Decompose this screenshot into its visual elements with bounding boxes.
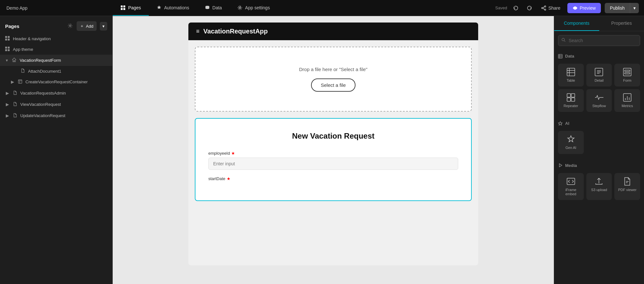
grid-icon — [5, 36, 10, 41]
pages-settings-button[interactable] — [66, 22, 74, 31]
svg-point-10 — [69, 25, 71, 26]
sidebar-item-header-nav[interactable]: Header & navigation — [0, 33, 112, 44]
sidebar-item-label: VacationRequestForm — [20, 58, 107, 63]
component-label: Metrics — [621, 104, 633, 108]
component-label: Table — [567, 78, 575, 83]
canvas-content: Drop a file here or "Select a file" Sele… — [188, 40, 478, 265]
svg-rect-28 — [571, 94, 575, 97]
nav-automations[interactable]: Automations — [149, 0, 197, 16]
sidebar: Pages ＋ Add ▾ Header & navigation — [0, 16, 113, 284]
share-button[interactable]: Share — [538, 4, 564, 13]
component-pdf-viewer[interactable]: PDF viewer — [614, 173, 640, 200]
component-stepflow[interactable]: Stepflow — [586, 89, 612, 112]
sidebar-header: Pages ＋ Add ▾ — [0, 16, 112, 33]
main-layout: Pages ＋ Add ▾ Header & navigation — [0, 16, 644, 284]
sidebar-item-label: CreateVacationRequestContainer — [25, 79, 107, 84]
start-date-field: startDate ★ — [208, 176, 458, 181]
nav-app-settings[interactable]: App settings — [230, 0, 278, 16]
file-drop-area: Drop a file here or "Select a file" Sele… — [195, 47, 472, 112]
component-table[interactable]: Table — [558, 64, 584, 87]
sidebar-item-app-theme[interactable]: App theme — [0, 44, 112, 55]
sidebar-item-view-vacation-request[interactable]: ▶ ViewVacationRequest ⋮ — [0, 99, 112, 110]
sidebar-item-vacation-requests-admin[interactable]: ▶ VacationRequestsAdmin ⋮ — [0, 87, 112, 99]
svg-rect-0 — [121, 5, 123, 7]
svg-marker-34 — [559, 164, 562, 167]
component-gen-ai[interactable]: Gen AI — [558, 131, 584, 154]
tab-properties[interactable]: Properties — [599, 16, 644, 31]
file-icon — [13, 91, 17, 96]
sidebar-item-attach-document[interactable]: AttachDocument1 — [0, 66, 112, 76]
svg-rect-25 — [625, 70, 630, 71]
component-label: Form — [623, 78, 631, 83]
sidebar-item-update-vacation-request[interactable]: ▶ UpdateVacationRequest ⋮ — [0, 110, 112, 121]
publish-button-group: Publish ▾ — [605, 3, 639, 13]
employee-id-input[interactable] — [208, 158, 458, 170]
start-date-label: startDate ★ — [208, 176, 458, 181]
svg-marker-33 — [568, 136, 574, 142]
search-box — [558, 35, 640, 46]
svg-rect-13 — [5, 39, 7, 41]
ai-components-grid: Gen AI — [558, 131, 640, 154]
component-s3-upload[interactable]: S3 upload — [586, 173, 612, 200]
component-metrics[interactable]: Metrics — [614, 89, 640, 112]
sidebar-item-label: App theme — [13, 47, 107, 52]
svg-rect-17 — [5, 49, 7, 51]
svg-rect-26 — [625, 73, 630, 74]
right-panel-tabs: Components Properties — [554, 16, 644, 31]
nav-data[interactable]: Data — [197, 0, 230, 16]
add-page-button[interactable]: ＋ Add — [77, 21, 97, 31]
data-section: Data Table Detail — [554, 50, 644, 117]
sidebar-item-vacation-request-form[interactable]: ▾ VacationRequestForm ⋮ — [0, 55, 112, 66]
app-title: Demo App — [0, 5, 113, 11]
hamburger-icon[interactable]: ≡ — [196, 28, 200, 35]
file-icon — [13, 102, 17, 107]
publish-dropdown-arrow[interactable]: ▾ — [630, 3, 639, 13]
detail-icon — [594, 68, 603, 77]
select-file-button[interactable]: Select a file — [311, 78, 355, 92]
canvas: ≡ VacationRequestApp Drop a file here or… — [113, 16, 554, 284]
publish-label[interactable]: Publish — [605, 3, 630, 13]
expand-button[interactable]: ▶ — [5, 113, 10, 119]
metrics-icon — [623, 93, 632, 102]
media-components-grid: iFrame embed S3 upload PDF viewer — [558, 173, 640, 200]
svg-marker-32 — [558, 122, 562, 125]
repeater-icon — [566, 93, 575, 102]
form-icon — [623, 68, 632, 77]
saved-status: Saved — [495, 5, 507, 10]
undo-button[interactable] — [511, 3, 521, 13]
ai-section-header: AI — [558, 120, 640, 127]
svg-rect-19 — [18, 80, 22, 83]
tab-components[interactable]: Components — [554, 16, 599, 31]
svg-point-8 — [545, 9, 546, 10]
component-iframe-embed[interactable]: iFrame embed — [558, 173, 584, 200]
employee-id-field: employeeId ★ — [208, 151, 458, 170]
redo-button[interactable] — [525, 3, 534, 13]
pdf-viewer-icon — [623, 177, 632, 186]
table-icon — [566, 68, 575, 77]
component-detail[interactable]: Detail — [586, 64, 612, 87]
expand-button[interactable]: ▾ — [5, 57, 9, 63]
component-form[interactable]: Form — [614, 64, 640, 87]
component-label: PDF viewer — [618, 188, 637, 192]
expand-button[interactable]: ▶ — [5, 90, 10, 96]
svg-point-5 — [239, 7, 241, 8]
component-repeater[interactable]: Repeater — [558, 89, 584, 112]
svg-rect-22 — [567, 68, 575, 76]
search-input[interactable] — [558, 35, 640, 46]
svg-rect-14 — [8, 39, 10, 41]
media-section-header: Media — [558, 162, 640, 169]
iframe-embed-icon — [566, 177, 575, 186]
preview-button[interactable]: Preview — [567, 3, 601, 13]
sidebar-item-create-vacation-container[interactable]: ▶ CreateVacationRequestContainer — [0, 76, 112, 87]
sidebar-item-label: VacationRequestsAdmin — [20, 91, 107, 96]
data-components-grid: Table Detail Form — [558, 64, 640, 112]
sidebar-title: Pages — [5, 23, 19, 29]
nav-pages[interactable]: Pages — [113, 0, 149, 16]
expand-button[interactable]: ▶ — [5, 101, 10, 107]
file-drop-text: Drop a file here or "Select a file" — [202, 67, 465, 72]
top-nav: Pages Automations Data App settings — [113, 0, 490, 16]
expand-button[interactable]: ▶ — [10, 79, 15, 85]
ai-section: AI Gen AI — [554, 117, 644, 159]
add-dropdown-button[interactable]: ▾ — [100, 22, 107, 31]
svg-rect-27 — [567, 94, 571, 97]
